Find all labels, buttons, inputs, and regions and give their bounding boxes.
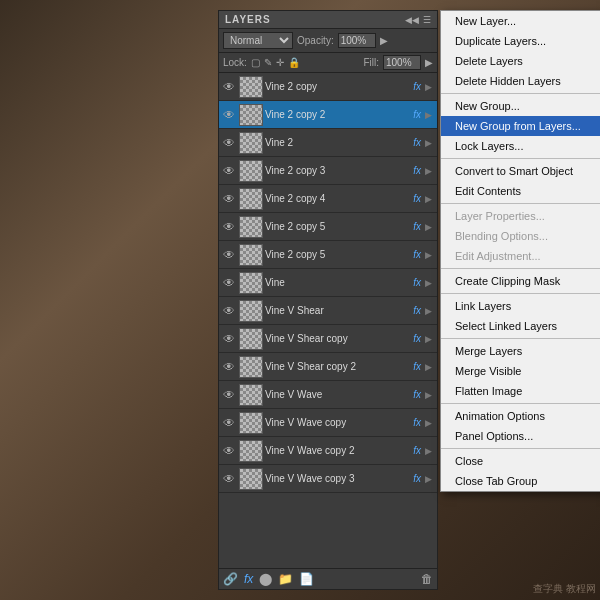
eye-visibility-icon[interactable]: 👁 <box>221 415 237 431</box>
fx-badge: fx <box>413 389 421 400</box>
layer-row[interactable]: 👁Vine 2 copyfx▶ <box>219 73 437 101</box>
menu-item-new-group[interactable]: New Group... <box>441 96 600 116</box>
eye-visibility-icon[interactable]: 👁 <box>221 191 237 207</box>
panel-controls: ◀◀ ☰ <box>405 15 431 25</box>
layer-row[interactable]: 👁Vine V Wave copy 3fx▶ <box>219 465 437 493</box>
layer-expand-arrow[interactable]: ▶ <box>425 446 435 456</box>
fill-arrow[interactable]: ▶ <box>425 57 433 68</box>
fx-badge: fx <box>413 81 421 92</box>
layer-thumbnail <box>239 356 263 378</box>
group-icon[interactable]: 📁 <box>278 572 293 586</box>
menu-item-delete-layers[interactable]: Delete Layers <box>441 51 600 71</box>
layer-row[interactable]: 👁Vine 2 copy 5fx▶ <box>219 241 437 269</box>
lock-image-icon[interactable]: ✎ <box>264 57 272 68</box>
layer-expand-arrow[interactable]: ▶ <box>425 306 435 316</box>
layer-row[interactable]: 👁Vinefx▶ <box>219 269 437 297</box>
layer-name: Vine 2 copy 2 <box>265 109 411 120</box>
layer-row[interactable]: 👁Vine V Shear copy 2fx▶ <box>219 353 437 381</box>
lock-position-icon[interactable]: ✛ <box>276 57 284 68</box>
menu-item-merge-visible[interactable]: Merge Visible <box>441 361 600 381</box>
layer-row[interactable]: 👁Vine V Shearfx▶ <box>219 297 437 325</box>
lock-all-icon[interactable]: 🔒 <box>288 57 300 68</box>
fx-icon[interactable]: fx <box>244 572 253 586</box>
menu-item-close-tab-group[interactable]: Close Tab Group <box>441 471 600 491</box>
menu-item-animation-options[interactable]: Animation Options <box>441 406 600 426</box>
panel-collapse-button[interactable]: ◀◀ <box>405 15 419 25</box>
layer-row[interactable]: 👁Vine 2 copy 5fx▶ <box>219 213 437 241</box>
menu-item-merge-layers[interactable]: Merge Layers <box>441 341 600 361</box>
fill-input[interactable] <box>383 55 421 70</box>
eye-visibility-icon[interactable]: 👁 <box>221 303 237 319</box>
eye-visibility-icon[interactable]: 👁 <box>221 219 237 235</box>
eye-visibility-icon[interactable]: 👁 <box>221 331 237 347</box>
eye-visibility-icon[interactable]: 👁 <box>221 471 237 487</box>
eye-visibility-icon[interactable]: 👁 <box>221 79 237 95</box>
lock-transparent-icon[interactable]: ▢ <box>251 57 260 68</box>
layer-name: Vine V Wave <box>265 389 411 400</box>
eye-visibility-icon[interactable]: 👁 <box>221 359 237 375</box>
menu-separator <box>441 268 600 269</box>
eye-visibility-icon[interactable]: 👁 <box>221 247 237 263</box>
new-layer-icon[interactable]: 📄 <box>299 572 314 586</box>
layer-expand-arrow[interactable]: ▶ <box>425 474 435 484</box>
layer-expand-arrow[interactable]: ▶ <box>425 418 435 428</box>
layer-row[interactable]: 👁Vine V Wavefx▶ <box>219 381 437 409</box>
menu-item-link-layers[interactable]: Link Layers <box>441 296 600 316</box>
menu-item-edit-contents[interactable]: Edit Contents <box>441 181 600 201</box>
layer-expand-arrow[interactable]: ▶ <box>425 334 435 344</box>
menu-item-new-layer[interactable]: New Layer... <box>441 11 600 31</box>
panel-menu-button[interactable]: ☰ <box>423 15 431 25</box>
eye-visibility-icon[interactable]: 👁 <box>221 275 237 291</box>
menu-item-close[interactable]: Close <box>441 451 600 471</box>
menu-item-convert-smart-object[interactable]: Convert to Smart Object <box>441 161 600 181</box>
menu-item-delete-hidden-layers[interactable]: Delete Hidden Layers <box>441 71 600 91</box>
fill-label: Fill: <box>363 57 379 68</box>
layer-expand-arrow[interactable]: ▶ <box>425 110 435 120</box>
eye-visibility-icon[interactable]: 👁 <box>221 387 237 403</box>
fx-badge: fx <box>413 473 421 484</box>
menu-separator <box>441 93 600 94</box>
opacity-arrow[interactable]: ▶ <box>380 35 388 46</box>
link-icon[interactable]: 🔗 <box>223 572 238 586</box>
layer-name: Vine V Shear <box>265 305 411 316</box>
menu-item-new-group-from-layers[interactable]: New Group from Layers... <box>441 116 600 136</box>
eye-visibility-icon[interactable]: 👁 <box>221 443 237 459</box>
layer-expand-arrow[interactable]: ▶ <box>425 278 435 288</box>
lock-label: Lock: <box>223 57 247 68</box>
layer-row[interactable]: 👁Vine V Shear copyfx▶ <box>219 325 437 353</box>
layer-row[interactable]: 👁Vine 2 copy 4fx▶ <box>219 185 437 213</box>
layer-name: Vine 2 <box>265 137 411 148</box>
blend-mode-select[interactable]: Normal <box>223 32 293 49</box>
opacity-input[interactable] <box>338 33 376 48</box>
layer-expand-arrow[interactable]: ▶ <box>425 166 435 176</box>
layer-expand-arrow[interactable]: ▶ <box>425 250 435 260</box>
menu-item-panel-options[interactable]: Panel Options... <box>441 426 600 446</box>
layer-row[interactable]: 👁Vine V Wave copyfx▶ <box>219 409 437 437</box>
eye-visibility-icon[interactable]: 👁 <box>221 107 237 123</box>
menu-item-duplicate-layers[interactable]: Duplicate Layers... <box>441 31 600 51</box>
layer-row[interactable]: 👁Vine V Wave copy 2fx▶ <box>219 437 437 465</box>
layer-row[interactable]: 👁Vine 2 copy 2fx▶ <box>219 101 437 129</box>
new-fill-icon[interactable]: ⬤ <box>259 572 272 586</box>
layer-expand-arrow[interactable]: ▶ <box>425 222 435 232</box>
eye-visibility-icon[interactable]: 👁 <box>221 163 237 179</box>
layer-thumbnail <box>239 300 263 322</box>
layer-expand-arrow[interactable]: ▶ <box>425 362 435 372</box>
layer-expand-arrow[interactable]: ▶ <box>425 390 435 400</box>
eye-visibility-icon[interactable]: 👁 <box>221 135 237 151</box>
context-menu: New Layer...Duplicate Layers...Delete La… <box>440 10 600 492</box>
layer-row[interactable]: 👁Vine 2fx▶ <box>219 129 437 157</box>
layer-expand-arrow[interactable]: ▶ <box>425 82 435 92</box>
layer-thumbnail <box>239 328 263 350</box>
menu-item-layer-properties: Layer Properties... <box>441 206 600 226</box>
menu-item-flatten-image[interactable]: Flatten Image <box>441 381 600 401</box>
layer-expand-arrow[interactable]: ▶ <box>425 138 435 148</box>
delete-layer-icon[interactable]: 🗑 <box>421 572 433 586</box>
menu-item-create-clipping-mask[interactable]: Create Clipping Mask <box>441 271 600 291</box>
menu-item-select-linked-layers[interactable]: Select Linked Layers <box>441 316 600 336</box>
layer-row[interactable]: 👁Vine 2 copy 3fx▶ <box>219 157 437 185</box>
menu-item-lock-layers[interactable]: Lock Layers... <box>441 136 600 156</box>
watermark: 查字典 教程网 <box>533 582 596 596</box>
layer-name: Vine V Wave copy <box>265 417 411 428</box>
layer-expand-arrow[interactable]: ▶ <box>425 194 435 204</box>
